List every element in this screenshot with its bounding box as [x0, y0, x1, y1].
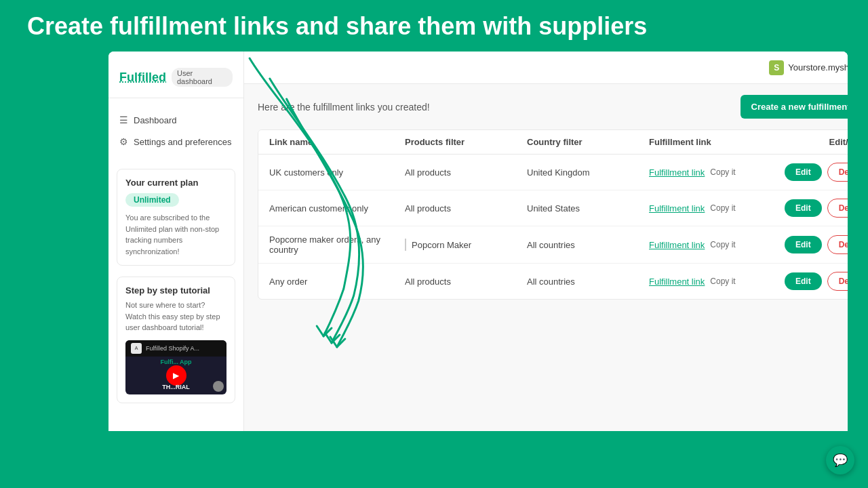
main-content: S Yourstore.myshopify.com Here are the f…	[244, 52, 848, 431]
row-2-fulfillment-link[interactable]: Fulfillment link	[649, 240, 705, 250]
settings-icon: ⚙	[119, 136, 128, 147]
filter-divider	[405, 239, 406, 251]
row-0-copy-button[interactable]: Copy it	[710, 167, 735, 177]
top-banner: Create fulfillment links and share them …	[0, 0, 868, 52]
row-1-link-name: American customers only	[269, 203, 405, 214]
sidebar-item-settings-label: Settings and preferences	[134, 137, 232, 147]
tutorial-description: Not sure where to start? Watch this easy…	[125, 300, 226, 333]
col-edit-delete: Edit/Delete	[785, 137, 848, 147]
fulfillment-header: Here are the fulfillment links you creat…	[258, 95, 848, 119]
col-products-filter: Products filter	[405, 137, 527, 147]
row-3-delete-button[interactable]: Delete	[827, 272, 848, 291]
row-2-products-filter: Popcorn Maker	[412, 240, 471, 250]
play-button[interactable]: ▶	[166, 365, 186, 386]
fulfillment-subtitle: Here are the fulfillment links you creat…	[258, 102, 430, 113]
row-1-delete-button[interactable]: Delete	[827, 199, 848, 218]
table-row: Any order All products All countries Ful…	[258, 264, 848, 299]
video-play-area: Fulfi... App ▶	[160, 359, 191, 386]
main-body: Here are the fulfillment links you creat…	[244, 84, 848, 431]
user-dashboard-badge: User dashboard	[172, 68, 233, 87]
col-link-name: Link name	[269, 137, 405, 147]
row-3-fulfillment-link-cell: Fulfillment link Copy it	[649, 277, 785, 287]
create-fulfillment-link-button[interactable]: Create a new fulfillment link +	[741, 95, 848, 119]
row-3-actions: Edit Delete	[785, 272, 848, 291]
row-2-edit-button[interactable]: Edit	[785, 236, 822, 253]
row-1-actions: Edit Delete	[785, 199, 848, 218]
row-2-fulfillment-link-cell: Fulfillment link Copy it	[649, 240, 785, 250]
row-3-fulfillment-link[interactable]: Fulfillment link	[649, 277, 705, 287]
table-row: Popcorne maker orders, any country Popco…	[258, 226, 848, 264]
shopify-icon: S	[769, 60, 784, 75]
row-3-edit-button[interactable]: Edit	[785, 272, 822, 290]
video-title: Fulfilled Shopify A...	[146, 345, 199, 352]
row-2-link-name: Popcorne maker orders, any country	[269, 235, 405, 255]
sidebar-navigation: ☰ Dashboard ⚙ Settings and preferences	[108, 104, 243, 158]
video-avatar	[213, 381, 224, 392]
row-0-link-name: UK customers only	[269, 167, 405, 178]
row-2-delete-button[interactable]: Delete	[827, 235, 848, 254]
row-1-copy-button[interactable]: Copy it	[710, 203, 735, 213]
chat-bubble-button[interactable]: 💬	[826, 446, 854, 474]
row-0-country-filter: United Kingdom	[527, 167, 649, 178]
tutorial-card: Step by step tutorial Not sure where to …	[117, 277, 235, 403]
tutorial-title: Step by step tutorial	[125, 285, 226, 296]
row-1-fulfillment-link[interactable]: Fulfillment link	[649, 203, 705, 214]
row-2-copy-button[interactable]: Copy it	[710, 240, 735, 249]
row-2-country-filter: All countries	[527, 240, 649, 250]
col-fulfillment-link: Fulfillment link	[649, 137, 785, 147]
chat-icon: 💬	[833, 453, 848, 468]
sidebar-item-settings[interactable]: ⚙ Settings and preferences	[108, 131, 243, 152]
row-1-products-filter: All products	[405, 203, 527, 214]
row-0-edit-button[interactable]: Edit	[785, 163, 822, 181]
sidebar: Fulfilled User dashboard ☰ Dashboard ⚙ S…	[108, 52, 244, 431]
row-2-actions: Edit Delete	[785, 235, 848, 254]
col-country-filter: Country filter	[527, 137, 649, 147]
table-row: UK customers only All products United Ki…	[258, 155, 848, 190]
plan-card: Your current plan Unlimited You are subs…	[117, 169, 235, 266]
sidebar-logo-area: Fulfilled User dashboard	[108, 62, 243, 98]
sidebar-item-dashboard-label: Dashboard	[134, 115, 177, 125]
row-3-link-name: Any order	[269, 277, 405, 287]
row-0-fulfillment-link-cell: Fulfillment link Copy it	[649, 167, 785, 178]
row-1-country-filter: United States	[527, 203, 649, 214]
store-link: S Yourstore.myshopify.com	[769, 60, 848, 75]
app-icon: A	[131, 343, 142, 354]
row-3-products-filter: All products	[405, 277, 527, 287]
plan-section-title: Your current plan	[125, 178, 226, 188]
sidebar-item-dashboard[interactable]: ☰ Dashboard	[108, 109, 243, 131]
video-top-bar: A Fulfilled Shopify A...	[125, 340, 226, 357]
plan-description: You are subscribed to the Unlimited plan…	[125, 212, 226, 257]
dashboard-icon: ☰	[119, 115, 128, 125]
row-3-copy-button[interactable]: Copy it	[710, 277, 735, 286]
row-0-delete-button[interactable]: Delete	[827, 163, 848, 182]
banner-title: Create fulfillment links and share them …	[27, 12, 647, 41]
app-logo: Fulfilled	[119, 70, 166, 85]
row-1-edit-button[interactable]: Edit	[785, 199, 822, 217]
plan-name-badge: Unlimited	[125, 193, 179, 207]
video-thumbnail[interactable]: A Fulfilled Shopify A... Fulfi... App ▶ …	[125, 340, 226, 394]
video-app-name: Fulfi... App	[160, 359, 191, 365]
store-url: Yourstore.myshopify.com	[788, 62, 848, 73]
row-2-products-filter-cell: Popcorn Maker	[405, 239, 527, 251]
row-0-products-filter: All products	[405, 167, 527, 178]
main-header: S Yourstore.myshopify.com	[244, 52, 848, 84]
fulfillment-table: Link name Products filter Country filter…	[258, 129, 848, 300]
table-header: Link name Products filter Country filter…	[258, 130, 848, 155]
table-row: American customers only All products Uni…	[258, 190, 848, 226]
row-0-fulfillment-link[interactable]: Fulfillment link	[649, 167, 705, 178]
video-label-text: TH...RIAL	[162, 384, 190, 390]
row-3-country-filter: All countries	[527, 277, 649, 287]
row-0-actions: Edit Delete	[785, 163, 848, 182]
row-1-fulfillment-link-cell: Fulfillment link Copy it	[649, 203, 785, 214]
